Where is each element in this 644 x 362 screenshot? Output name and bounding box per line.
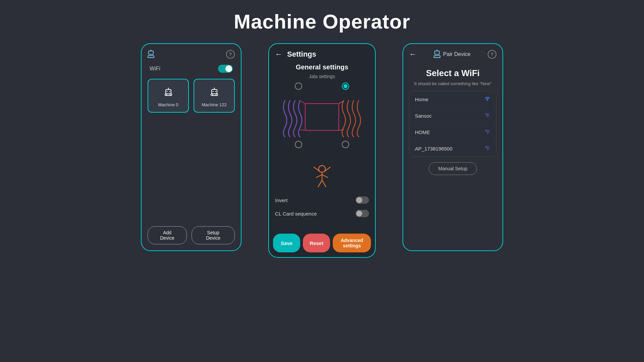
pair-help-icon[interactable]: ?: [488, 50, 496, 59]
panels-row: ? WiFi: [0, 43, 644, 258]
wifi-item-ap[interactable]: AP_1738196500: [410, 140, 496, 157]
wifi-item-sansoc[interactable]: Sansoc: [410, 108, 496, 124]
wifi-name-sansoc: Sansoc: [415, 113, 432, 119]
svg-line-19: [300, 130, 305, 130]
pair-title: Pair Device: [443, 51, 471, 57]
wifi-label: WiFi: [150, 66, 160, 72]
left-panel: ? WiFi: [141, 43, 241, 251]
right-panel: ← Pair Device ? Select a WiFi It should …: [402, 43, 503, 251]
machine-0-icon: [162, 85, 174, 99]
radio-btn-right[interactable]: [342, 82, 349, 90]
wifi-signal-home2: [484, 129, 491, 135]
settings-title: Settings: [287, 50, 316, 59]
radio-btn-left[interactable]: [295, 82, 302, 90]
save-button[interactable]: Save: [273, 234, 300, 252]
robot-logo-icon: [148, 51, 154, 58]
radio-row-top: [275, 82, 369, 90]
svg-point-1: [166, 91, 167, 92]
left-panel-header: ?: [148, 50, 235, 59]
wifi-name-ap: AP_1738196500: [415, 146, 452, 152]
advanced-settings-button[interactable]: Advanced settings: [333, 234, 371, 252]
machine-122-icon: [208, 85, 220, 99]
svg-rect-13: [211, 94, 218, 96]
svg-point-10: [215, 91, 216, 92]
select-wifi-sub: It should be called something like "New": [409, 81, 496, 86]
svg-point-9: [212, 91, 213, 92]
radio-btn-bottom-left[interactable]: [295, 141, 302, 148]
select-wifi-title: Select a WiFi: [409, 68, 496, 78]
pair-robot-icon: [434, 51, 440, 58]
jala-settings-label: Jala settings: [275, 74, 369, 79]
stick-figure-area: [275, 154, 369, 190]
wifi-name-home: Home: [415, 97, 428, 102]
settings-footer: Save Reset Advanced settings: [269, 230, 375, 257]
cl-card-label: CL Card sequence: [275, 211, 317, 217]
reset-button[interactable]: Reset: [303, 234, 330, 252]
machine-0-name: Machine 0: [158, 102, 178, 107]
bottom-buttons: Add Device Setup Device: [148, 226, 235, 244]
wifi-row: WiFi: [148, 65, 235, 73]
general-settings-title: General settings: [275, 63, 369, 71]
svg-line-28: [322, 180, 326, 187]
page-title: Machine Operator: [234, 10, 410, 33]
middle-panel: ← Settings General settings Jala setting…: [268, 43, 376, 258]
invert-toggle[interactable]: [356, 196, 369, 204]
wifi-signal-ap: [484, 145, 491, 152]
help-icon[interactable]: ?: [226, 50, 235, 59]
wifi-list: Home Sansoc: [409, 91, 496, 157]
machines-grid: Machine 0 Machine 122: [148, 79, 235, 113]
svg-rect-8: [212, 89, 217, 94]
svg-point-4: [168, 88, 169, 89]
svg-rect-16: [305, 104, 339, 130]
pair-header-center: Pair Device: [434, 51, 471, 58]
svg-line-17: [300, 101, 305, 104]
setup-device-button[interactable]: Setup Device: [192, 226, 235, 244]
invert-label: Invert: [275, 197, 288, 203]
svg-point-24: [319, 166, 325, 172]
svg-line-26: [322, 175, 328, 178]
svg-line-20: [339, 130, 344, 130]
cl-card-toggle-knob: [356, 210, 362, 217]
wifi-signal-sansoc: [484, 112, 491, 119]
wifi-toggle-knob: [225, 65, 232, 72]
jala-canvas: [275, 92, 369, 139]
invert-toggle-knob: [356, 197, 362, 203]
svg-rect-0: [166, 89, 171, 94]
settings-back-button[interactable]: ←: [275, 51, 282, 58]
svg-point-12: [214, 88, 215, 89]
cl-card-row: CL Card sequence: [275, 208, 369, 219]
cl-card-toggle[interactable]: [356, 210, 369, 217]
add-device-button[interactable]: Add Device: [148, 226, 187, 244]
wifi-item-home[interactable]: Home: [410, 91, 496, 108]
svg-line-25: [316, 175, 322, 178]
invert-row: Invert: [275, 195, 369, 205]
machine-card-0[interactable]: Machine 0: [148, 79, 189, 113]
wifi-name-home2: HOME: [415, 129, 430, 135]
settings-header: ← Settings: [269, 44, 375, 62]
pair-back-button[interactable]: ←: [409, 51, 417, 58]
wifi-toggle[interactable]: [218, 65, 233, 73]
settings-body: General settings Jala settings: [269, 62, 375, 230]
radio-btn-bottom-right[interactable]: [342, 141, 349, 148]
svg-point-2: [169, 91, 170, 92]
svg-rect-5: [165, 94, 172, 96]
wifi-signal-home: [484, 96, 491, 103]
manual-setup-button[interactable]: Manual Setup: [429, 162, 477, 175]
machine-card-122[interactable]: Machine 122: [194, 79, 235, 113]
wifi-item-home2[interactable]: HOME: [410, 124, 496, 140]
pair-header: ← Pair Device ?: [409, 50, 496, 59]
machine-122-name: Machine 122: [202, 102, 226, 107]
svg-line-27: [318, 180, 322, 187]
radio-row-bottom: [275, 141, 369, 148]
